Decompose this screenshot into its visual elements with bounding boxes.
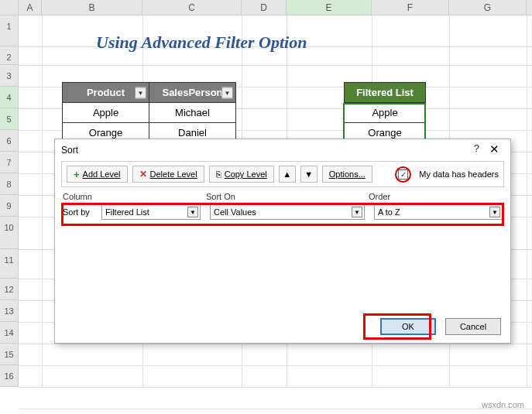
row-header[interactable]: 3: [0, 65, 19, 87]
x-icon: ✕: [139, 169, 147, 180]
headers-checkbox-label: My data has headers: [419, 169, 499, 179]
copy-level-button[interactable]: ⎘Copy Level: [209, 166, 274, 183]
col-header[interactable]: C: [142, 0, 242, 15]
row-header[interactable]: 13: [0, 300, 19, 322]
watermark: wsxdn.com: [482, 400, 524, 409]
row-header[interactable]: 8: [0, 173, 19, 195]
move-down-button[interactable]: ▼: [300, 166, 317, 183]
cell[interactable]: Michael: [149, 103, 236, 123]
row-header[interactable]: 6: [0, 130, 19, 152]
close-icon[interactable]: ✕: [482, 141, 506, 158]
delete-level-button[interactable]: ✕Delete Level: [132, 166, 204, 183]
filtered-table: Filtered List Apple Orange: [344, 82, 426, 143]
col-header[interactable]: A: [19, 0, 42, 15]
annotation-ring: ✓: [395, 166, 411, 183]
row-header[interactable]: 4: [0, 87, 19, 108]
dialog-titlebar[interactable]: Sort ? ✕: [55, 139, 510, 161]
sort-dialog: Sort ? ✕ +Add Level ✕Delete Level ⎘Copy …: [54, 139, 511, 344]
headers-checkbox[interactable]: ✓: [398, 169, 408, 180]
row-header[interactable]: 2: [0, 46, 19, 65]
dialog-title: Sort: [61, 145, 78, 156]
cell[interactable]: Apple: [63, 103, 149, 123]
col-header[interactable]: F: [372, 0, 449, 15]
add-level-button[interactable]: +Add Level: [67, 166, 128, 183]
ok-button[interactable]: OK: [380, 318, 436, 335]
sort-by-label: Sort by: [63, 207, 101, 217]
page-title: Using Advanced Filter Option: [96, 33, 307, 53]
row-header[interactable]: 9: [0, 195, 19, 217]
row-header[interactable]: 14: [0, 322, 19, 344]
chevron-down-icon: ▼: [187, 207, 198, 217]
col-header[interactable]: B: [42, 0, 142, 15]
help-icon[interactable]: ?: [474, 142, 479, 154]
filter-dropdown-icon[interactable]: ▼: [135, 87, 146, 98]
col-header[interactable]: G: [449, 0, 527, 15]
chevron-down-icon: ▼: [489, 207, 500, 217]
row-header[interactable]: 5: [0, 108, 19, 130]
sort-order-select[interactable]: A to Z▼: [374, 204, 503, 220]
plus-icon: +: [74, 169, 80, 180]
select-all-corner[interactable]: [0, 0, 19, 15]
cancel-button[interactable]: Cancel: [445, 318, 501, 335]
row-header[interactable]: 7: [0, 152, 19, 173]
sort-on-select[interactable]: Cell Values▼: [210, 204, 365, 220]
th-salesperson: SalesPerson▼: [149, 83, 236, 103]
col-header[interactable]: E: [287, 0, 372, 15]
options-button[interactable]: Options...: [322, 166, 372, 183]
sort-row: Sort by Filtered List▼ Cell Values▼ A to…: [63, 203, 503, 221]
row-header[interactable]: 10: [0, 217, 19, 249]
row-header[interactable]: 12: [0, 279, 19, 300]
dialog-toolbar: +Add Level ✕Delete Level ⎘Copy Level ▲ ▼…: [61, 161, 504, 187]
sort-column-headers: Column Sort On Order: [63, 192, 503, 201]
row-header[interactable]: 15: [0, 344, 19, 365]
row-header[interactable]: 1: [0, 15, 19, 46]
copy-icon: ⎘: [216, 169, 221, 179]
dialog-buttons: OK Cancel: [380, 318, 501, 335]
th-filtered: Filtered List: [345, 83, 426, 103]
row-header[interactable]: 11: [0, 249, 19, 279]
sort-column-select[interactable]: Filtered List▼: [101, 204, 201, 220]
th-product: Product▼: [63, 83, 149, 103]
cell[interactable]: Apple: [345, 103, 426, 123]
col-header[interactable]: D: [242, 0, 287, 15]
move-up-button[interactable]: ▲: [279, 166, 296, 183]
column-headers: ABCDEFG: [0, 0, 532, 15]
row-header[interactable]: 16: [0, 365, 19, 387]
filter-dropdown-icon[interactable]: ▼: [221, 87, 233, 98]
chevron-down-icon: ▼: [352, 207, 362, 217]
row-headers: 12345678910111213141516: [0, 15, 19, 387]
